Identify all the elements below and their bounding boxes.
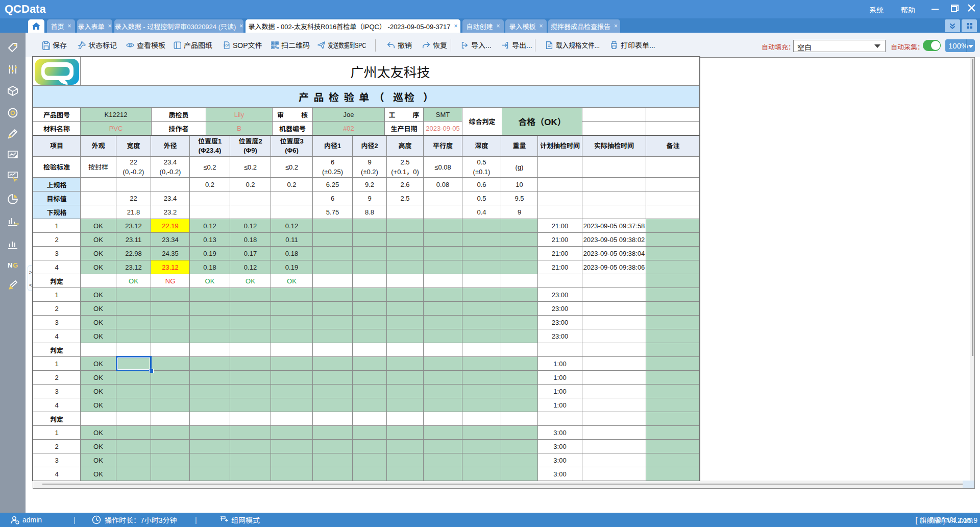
svg-text:N: N [8, 261, 12, 269]
svg-text:SOP: SOP [224, 43, 230, 46]
svg-text:CPK: CPK [14, 223, 19, 226]
svg-text:G: G [13, 261, 18, 269]
